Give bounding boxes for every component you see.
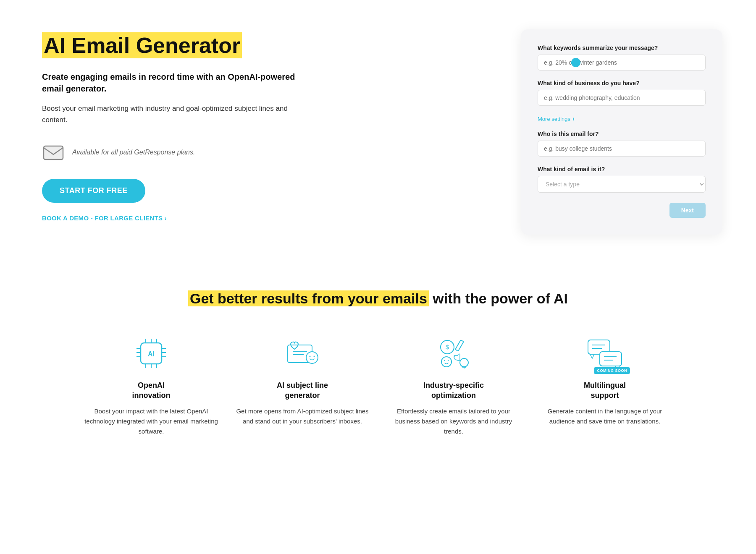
keyword-wrapper [538, 55, 706, 71]
openai-desc: Boost your impact with the latest OpenAI… [84, 406, 218, 436]
heading-rest: with the power of AI [429, 290, 568, 306]
svg-text:AI: AI [148, 350, 155, 358]
svg-point-24 [441, 357, 452, 367]
multilingual-desc: Generate content in the language of your… [538, 406, 672, 426]
openai-title: OpenAIinnovation [132, 381, 171, 400]
section-heading: Get better results from your emails with… [34, 289, 722, 308]
hero-subtitle: Create engaging emails in record time wi… [42, 71, 302, 94]
industry-title: Industry-specificoptimization [423, 381, 484, 400]
openai-icon: AI [132, 337, 170, 370]
features-section: Get better results from your emails with… [0, 260, 756, 470]
email-type-label: What kind of email is it? [538, 166, 706, 172]
audience-group: Who is this email for? [538, 131, 706, 157]
next-button[interactable]: Next [669, 203, 706, 218]
multilingual-title: Multilingualsupport [584, 381, 626, 400]
hero-title: AI Email Generator [42, 32, 242, 58]
industry-icon: $ [435, 337, 472, 370]
svg-point-27 [460, 358, 468, 367]
feature-openai: AI [84, 334, 218, 436]
subject-line-icon-wrap [281, 334, 323, 372]
industry-icon-wrap: $ [433, 334, 475, 372]
svg-rect-33 [600, 352, 622, 366]
feature-industry: $ Industry-specificoptimization [386, 334, 521, 436]
coming-soon-badge: COMING SOON [594, 367, 630, 374]
email-type-select[interactable]: Select a type [538, 176, 706, 193]
feature-subject-line: AI subject linegenerator Get more opens … [235, 334, 370, 436]
feature-multilingual: COMING SOON Multilingualsupport Generate… [538, 334, 672, 436]
hero-left: AI Email Generator Create engaging email… [42, 25, 302, 222]
svg-text:$: $ [446, 344, 449, 350]
business-group: What kind of business do you have? [538, 80, 706, 106]
book-demo-link[interactable]: BOOK A DEMO - FOR LARGE CLIENTS › [42, 214, 302, 222]
multilingual-icon [586, 337, 624, 370]
hero-section: AI Email Generator Create engaging email… [0, 0, 756, 260]
plan-notice: Available for all paid GetResponse plans… [42, 141, 302, 164]
features-grid: AI [84, 334, 672, 436]
subject-line-desc: Get more opens from AI-optimized subject… [235, 406, 370, 426]
keyword-label: What keywords summarize your message? [538, 44, 706, 51]
multilingual-icon-wrap: COMING SOON [584, 334, 626, 372]
keyword-group: What keywords summarize your message? [538, 44, 706, 71]
industry-desc: Effortlessly create emails tailored to y… [386, 406, 521, 436]
email-type-group: What kind of email is it? Select a type [538, 166, 706, 193]
svg-point-25 [444, 360, 445, 361]
svg-point-19 [310, 356, 311, 357]
svg-point-18 [306, 352, 318, 363]
keyword-input[interactable] [538, 55, 706, 71]
business-label: What kind of business do you have? [538, 80, 706, 86]
business-input[interactable] [538, 90, 706, 106]
form-card: What keywords summarize your message? Wh… [521, 29, 722, 235]
svg-point-26 [448, 360, 449, 361]
plan-notice-text: Available for all paid GetResponse plans… [72, 149, 195, 156]
svg-rect-23 [455, 340, 464, 351]
subject-line-title: AI subject linegenerator [277, 381, 328, 400]
more-settings-link[interactable]: More settings + [538, 116, 575, 122]
subject-line-icon [284, 337, 321, 370]
email-icon [42, 141, 65, 164]
keyword-dot-decoration [571, 58, 580, 67]
title-wrapper: AI Email Generator [42, 34, 302, 57]
svg-point-20 [314, 356, 315, 357]
heading-highlighted: Get better results from your emails [188, 290, 429, 306]
hero-description: Boost your email marketing with industry… [42, 103, 302, 125]
start-for-free-button[interactable]: START FOR FREE [42, 179, 145, 203]
audience-input[interactable] [538, 141, 706, 157]
audience-label: Who is this email for? [538, 131, 706, 137]
svg-rect-0 [44, 146, 63, 159]
openai-icon-wrap: AI [130, 334, 172, 372]
